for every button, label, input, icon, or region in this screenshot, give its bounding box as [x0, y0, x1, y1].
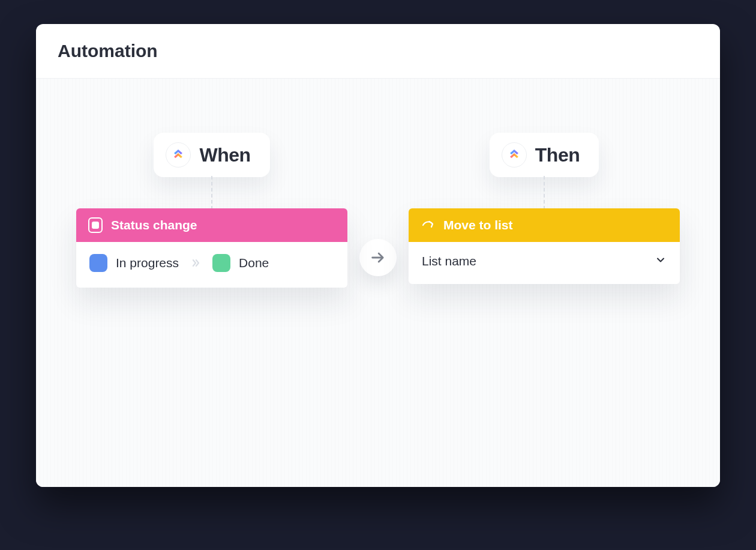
trigger-pill[interactable]: When: [154, 133, 269, 177]
chevron-right-icon: [190, 257, 202, 269]
list-select-label: List name: [422, 254, 476, 268]
action-label: Then: [535, 144, 580, 166]
list-select[interactable]: List name: [422, 254, 667, 268]
from-status-text: In progress: [116, 256, 179, 270]
connector-line: [544, 176, 545, 210]
status-change-icon: [88, 218, 103, 232]
flow-arrow-icon: [359, 239, 397, 276]
clickup-logo-icon: [166, 142, 191, 168]
panel-body: When Status change In progress: [36, 79, 720, 487]
from-status-swatch: [89, 254, 107, 272]
trigger-card[interactable]: Status change In progress Done: [76, 208, 347, 288]
trigger-card-header: Status change: [76, 208, 347, 242]
to-status-swatch: [212, 254, 230, 272]
flow-row: When Status change In progress: [65, 133, 691, 288]
chevron-down-icon: [655, 254, 667, 268]
trigger-column: When Status change In progress: [76, 133, 347, 288]
trigger-label: When: [199, 144, 250, 166]
to-status-text: Done: [239, 256, 269, 270]
action-card-body: List name: [409, 242, 680, 284]
action-card-header: Move to list: [409, 208, 680, 242]
automation-panel: Automation: [36, 24, 720, 487]
move-to-list-icon: [421, 218, 435, 232]
action-card-title: Move to list: [443, 218, 513, 232]
action-pill[interactable]: Then: [490, 133, 599, 177]
trigger-card-body: In progress Done: [76, 242, 347, 288]
connector-line: [211, 176, 212, 210]
panel-header: Automation: [36, 24, 720, 79]
trigger-card-title: Status change: [111, 218, 197, 232]
panel-title: Automation: [58, 41, 698, 61]
action-card[interactable]: Move to list List name: [409, 208, 680, 284]
action-column: Then Move to list: [409, 133, 680, 284]
clickup-logo-icon: [502, 142, 527, 168]
